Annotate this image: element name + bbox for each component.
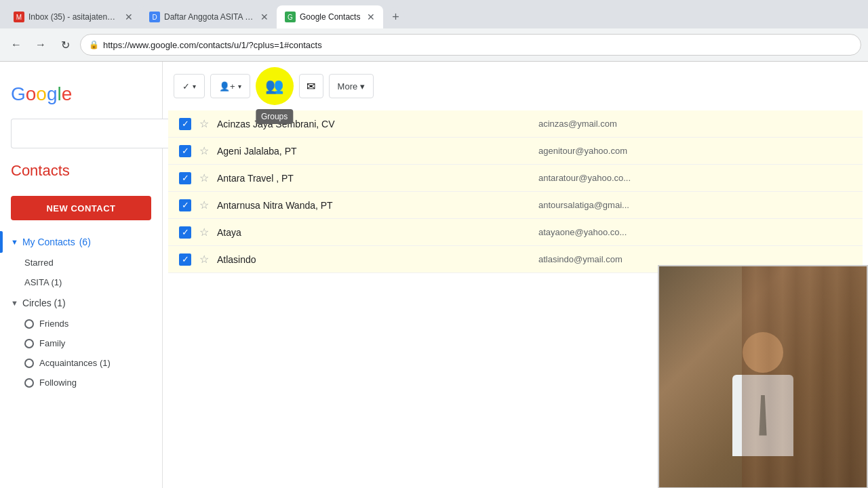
contact-checkbox-1[interactable]: ✓ bbox=[179, 145, 191, 157]
page: Google 🔍 Contacts NEW CONTACT ▼ My Conta… bbox=[0, 62, 868, 488]
address-bar[interactable]: 🔒 https://www.google.com/contacts/u/1/?c… bbox=[80, 34, 861, 56]
main-content: ✓ ▾ 👤+ ▾ 👥 Groups ✉ More ▾ bbox=[163, 62, 868, 488]
tab-contacts[interactable]: G Google Contacts ✕ bbox=[277, 5, 383, 28]
contact-name-4: Ataya bbox=[217, 227, 530, 238]
contact-email-1: agenitour@yahoo.com bbox=[538, 146, 852, 156]
circles-label: Circles (1) bbox=[22, 298, 66, 308]
tab-title-gmail: Inbox (35) - asitajateng... bbox=[28, 12, 118, 22]
back-button[interactable]: ← bbox=[7, 35, 26, 54]
contact-name-5: Atlasindo bbox=[217, 254, 530, 265]
video-inner bbox=[659, 266, 867, 487]
contact-email-3: antoursalatiga@gmai... bbox=[538, 200, 852, 210]
contact-checkbox-0[interactable]: ✓ bbox=[179, 118, 191, 130]
checkmark-icon: ✓ bbox=[182, 81, 190, 92]
logo-g2: g bbox=[47, 83, 58, 104]
search-input[interactable] bbox=[11, 119, 169, 148]
family-radio bbox=[24, 339, 34, 348]
contact-star-5[interactable]: ☆ bbox=[199, 253, 209, 266]
contact-email-5: atlasindo@ymail.com bbox=[538, 254, 852, 264]
contact-email-0: acinzas@ymail.com bbox=[538, 119, 852, 129]
tab-bar: M Inbox (35) - asitajateng... ✕ D Daftar… bbox=[0, 0, 868, 28]
more-button[interactable]: More ▾ bbox=[329, 74, 374, 98]
url-text: https://www.google.com/contacts/u/1/?cpl… bbox=[103, 40, 322, 50]
contact-email-2: antaratour@yahoo.co... bbox=[538, 173, 852, 183]
sidebar-item-acquaintances[interactable]: Acquaintances (1) bbox=[0, 353, 162, 373]
groups-wrapper: 👥 Groups bbox=[256, 67, 294, 105]
tab-favicon-contacts: G bbox=[285, 12, 296, 22]
logo-e: e bbox=[62, 83, 73, 104]
secure-icon: 🔒 bbox=[89, 40, 99, 49]
mail-button[interactable]: ✉ bbox=[299, 74, 323, 98]
contact-name-3: Antarnusa Nitra Wanda, PT bbox=[217, 200, 530, 211]
contact-name-1: Ageni Jalalaba, PT bbox=[217, 146, 530, 157]
following-label: Following bbox=[39, 378, 77, 388]
tab-title-asita: Daftar Anggota ASITA Ja... bbox=[164, 12, 254, 22]
logo-g: G bbox=[11, 83, 26, 104]
search-area: 🔍 bbox=[0, 110, 162, 157]
sidebar-item-my-contacts[interactable]: ▼ My Contacts (6) bbox=[0, 231, 162, 253]
my-contacts-arrow: ▼ bbox=[11, 238, 18, 246]
forward-button[interactable]: → bbox=[31, 35, 50, 54]
google-logo: Google bbox=[0, 73, 162, 110]
contact-star-2[interactable]: ☆ bbox=[199, 171, 209, 184]
tab-close-gmail[interactable]: ✕ bbox=[125, 12, 133, 22]
table-row[interactable]: ✓ ☆ Antara Travel , PT antaratour@yahoo.… bbox=[168, 165, 863, 192]
add-person-arrow: ▾ bbox=[238, 83, 241, 90]
contact-star-4[interactable]: ☆ bbox=[199, 226, 209, 239]
my-contacts-count: (6) bbox=[79, 237, 91, 247]
groups-button[interactable]: 👥 bbox=[256, 67, 294, 105]
friends-label: Friends bbox=[39, 319, 68, 329]
table-row[interactable]: ✓ ☆ Ataya atayaone@yahoo.co... bbox=[168, 219, 863, 246]
my-contacts-section: ▼ My Contacts (6) bbox=[0, 231, 162, 253]
my-contacts-label: My Contacts bbox=[22, 237, 75, 247]
contact-checkbox-4[interactable]: ✓ bbox=[179, 226, 191, 239]
add-person-button[interactable]: 👤+ ▾ bbox=[210, 74, 250, 98]
add-person-icon: 👤+ bbox=[219, 81, 235, 92]
sidebar-item-family[interactable]: Family bbox=[0, 333, 162, 353]
sidebar-item-circles[interactable]: ▼ Circles (1) bbox=[0, 292, 162, 314]
asita-label: ASITA (1) bbox=[24, 277, 62, 287]
sidebar-header: Contacts bbox=[0, 157, 162, 190]
tab-favicon-asita: D bbox=[149, 12, 160, 22]
new-contact-button[interactable]: NEW CONTACT bbox=[11, 196, 151, 220]
starred-label: Starred bbox=[24, 258, 54, 268]
sidebar-item-asita[interactable]: ASITA (1) bbox=[0, 272, 162, 292]
tab-gmail[interactable]: M Inbox (35) - asitajateng... ✕ bbox=[5, 5, 141, 28]
sidebar: Google 🔍 Contacts NEW CONTACT ▼ My Conta… bbox=[0, 62, 163, 488]
family-label: Family bbox=[39, 338, 65, 348]
tab-close-asita[interactable]: ✕ bbox=[260, 12, 269, 22]
tab-asita[interactable]: D Daftar Anggota ASITA Ja... ✕ bbox=[141, 5, 277, 28]
contact-checkbox-5[interactable]: ✓ bbox=[179, 253, 191, 266]
table-row[interactable]: ✓ ☆ Antarnusa Nitra Wanda, PT antoursala… bbox=[168, 192, 863, 219]
more-label: More ▾ bbox=[338, 81, 365, 92]
table-row[interactable]: ✓ ☆ Ageni Jalalaba, PT agenitour@yahoo.c… bbox=[168, 138, 863, 165]
contact-list: ✓ ☆ Acinzas Jaya Sembrani, CV acinzas@ym… bbox=[168, 110, 863, 273]
tab-close-contacts[interactable]: ✕ bbox=[367, 12, 375, 22]
contact-star-3[interactable]: ☆ bbox=[199, 199, 209, 211]
logo-o1: o bbox=[26, 83, 37, 104]
new-tab-button[interactable]: + bbox=[386, 7, 405, 26]
browser-chrome: M Inbox (35) - asitajateng... ✕ D Daftar… bbox=[0, 0, 868, 62]
groups-tooltip: Groups bbox=[256, 109, 293, 124]
address-bar-row: ← → ↻ 🔒 https://www.google.com/contacts/… bbox=[0, 28, 868, 61]
contact-checkbox-2[interactable]: ✓ bbox=[179, 172, 191, 184]
sidebar-item-following[interactable]: Following bbox=[0, 373, 162, 392]
wall-texture bbox=[742, 266, 867, 487]
sidebar-item-friends[interactable]: Friends bbox=[0, 314, 162, 333]
tab-favicon-gmail: M bbox=[14, 12, 24, 22]
contact-email-4: atayaone@yahoo.co... bbox=[538, 227, 852, 237]
groups-icon: 👥 bbox=[265, 77, 283, 95]
contact-checkbox-3[interactable]: ✓ bbox=[179, 199, 191, 211]
sidebar-item-starred[interactable]: Starred bbox=[0, 253, 162, 272]
circles-arrow: ▼ bbox=[11, 299, 18, 307]
select-button[interactable]: ✓ ▾ bbox=[174, 74, 205, 98]
contact-star-0[interactable]: ☆ bbox=[199, 117, 209, 130]
acquaintances-radio bbox=[24, 359, 34, 368]
refresh-button[interactable]: ↻ bbox=[56, 35, 75, 54]
acquaintances-label: Acquaintances (1) bbox=[39, 358, 111, 368]
contacts-title: Contacts bbox=[11, 162, 151, 180]
contact-star-1[interactable]: ☆ bbox=[199, 144, 209, 157]
friends-radio bbox=[24, 319, 34, 329]
logo-o2: o bbox=[36, 83, 47, 104]
toolbar-area: ✓ ▾ 👤+ ▾ 👥 Groups ✉ More ▾ bbox=[163, 62, 868, 110]
